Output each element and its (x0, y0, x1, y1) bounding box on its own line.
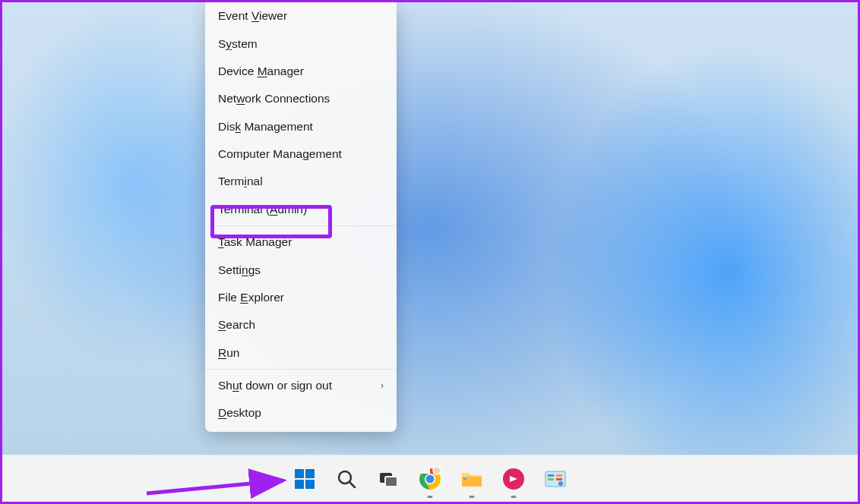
running-indicator (511, 496, 517, 498)
menu-item-network-connections[interactable]: Network Connections (205, 85, 397, 112)
menu-item-label: Run (218, 346, 239, 360)
music-app-icon (502, 468, 525, 490)
folder-icon (460, 468, 483, 490)
search-button[interactable] (330, 463, 362, 495)
task-view-button[interactable] (372, 463, 404, 495)
menu-item-run[interactable]: Run (205, 339, 397, 367)
svg-rect-2 (295, 469, 304, 478)
menu-item-label: Settings (218, 263, 261, 277)
windows-logo-icon (294, 468, 315, 490)
svg-line-7 (349, 482, 355, 487)
task-view-icon (378, 468, 399, 490)
search-icon (336, 468, 357, 490)
taskbar (2, 455, 858, 502)
menu-separator (205, 369, 397, 370)
chrome-icon (419, 468, 441, 490)
menu-item-disk-management[interactable]: Disk Management (205, 113, 397, 140)
menu-item-label: Desktop (218, 406, 261, 420)
menu-item-event-viewer[interactable]: Event Viewer (205, 2, 397, 30)
menu-item-label: Shut down or sign out (218, 379, 332, 392)
svg-rect-9 (385, 477, 397, 487)
start-button[interactable] (289, 463, 321, 495)
svg-point-22 (558, 481, 563, 486)
chrome-button[interactable] (414, 463, 446, 495)
menu-item-search[interactable]: Search (205, 311, 397, 339)
menu-item-device-manager[interactable]: Device Manager (205, 58, 397, 85)
menu-item-label: Computer Management (218, 147, 342, 161)
menu-item-terminal-admin[interactable]: Terminal (Admin) (205, 196, 397, 223)
running-indicator (428, 496, 433, 498)
menu-item-shut-down-or-sign-out[interactable]: Shut down or sign out› (205, 372, 397, 399)
menu-item-label: Task Manager (218, 235, 292, 249)
chevron-right-icon: › (381, 380, 384, 391)
svg-rect-19 (548, 478, 554, 480)
menu-item-label: Disk Management (218, 120, 313, 134)
desktop-wallpaper (2, 2, 858, 455)
running-indicator (470, 496, 475, 498)
control-panel-button[interactable] (539, 463, 571, 495)
svg-rect-18 (548, 474, 554, 477)
menu-item-label: Event Viewer (218, 9, 287, 23)
menu-item-file-explorer[interactable]: File Explorer (205, 284, 397, 311)
menu-item-label: Device Manager (218, 65, 304, 78)
svg-point-12 (426, 474, 435, 483)
control-panel-icon (544, 468, 567, 490)
menu-separator (205, 225, 397, 226)
svg-rect-14 (462, 477, 482, 487)
music-app-button[interactable] (498, 463, 530, 495)
menu-item-computer-management[interactable]: Computer Management (205, 140, 397, 168)
menu-item-desktop[interactable]: Desktop (205, 399, 397, 427)
menu-item-label: File Explorer (218, 291, 284, 304)
menu-item-label: System (218, 37, 258, 51)
menu-item-system[interactable]: System (205, 30, 397, 57)
winx-context-menu: Event ViewerSystemDevice ManagerNetwork … (205, 2, 397, 432)
menu-item-task-manager[interactable]: Task Manager (205, 228, 397, 256)
menu-item-label: Network Connections (218, 92, 330, 106)
svg-point-13 (433, 468, 441, 474)
menu-item-label: Terminal (218, 175, 263, 188)
svg-rect-15 (463, 478, 466, 480)
file-explorer-button[interactable] (456, 463, 488, 495)
svg-rect-20 (556, 474, 562, 477)
svg-rect-4 (295, 480, 304, 489)
svg-rect-5 (305, 480, 315, 489)
menu-item-label: Terminal (Admin) (218, 203, 307, 216)
menu-item-label: Search (218, 318, 255, 332)
svg-rect-21 (556, 478, 562, 480)
menu-item-terminal[interactable]: Terminal (205, 168, 397, 195)
svg-rect-3 (305, 469, 315, 478)
menu-item-settings[interactable]: Settings (205, 256, 397, 283)
